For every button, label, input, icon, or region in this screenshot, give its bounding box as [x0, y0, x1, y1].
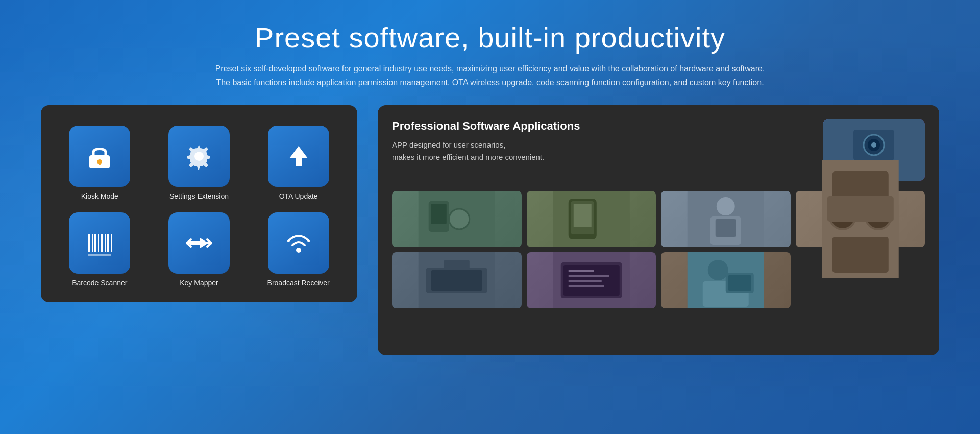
- pro-software-desc: APP designed for user scenarios, makes i…: [392, 139, 813, 163]
- svg-rect-30: [573, 204, 591, 227]
- photo-3: [661, 191, 791, 247]
- photo-industrial: [392, 191, 522, 247]
- panels-container: Kiosk Mode Settings Extension: [41, 105, 939, 355]
- app-label-broadcast: Broadcast Receiver: [267, 279, 330, 287]
- svg-rect-49: [568, 275, 609, 277]
- app-icon-ota[interactable]: [268, 126, 329, 187]
- svg-rect-34: [716, 219, 736, 237]
- app-item-kiosk: Kiosk Mode: [56, 126, 143, 200]
- svg-rect-39: [827, 196, 893, 222]
- app-item-keymapper: Key Mapper: [156, 212, 243, 287]
- app-item-ota: OTA Update: [255, 126, 342, 200]
- svg-point-20: [871, 142, 876, 148]
- photo-printing: [392, 252, 522, 308]
- photo-5: [392, 252, 522, 308]
- svg-rect-51: [568, 285, 604, 287]
- photo-vehicle: [796, 160, 925, 278]
- arrows-icon: [184, 228, 214, 258]
- subtitle-line1: Preset six self-developed software for g…: [215, 64, 765, 73]
- app-label-kiosk: Kiosk Mode: [81, 192, 118, 200]
- photo-6: [527, 252, 656, 308]
- svg-rect-13: [88, 254, 111, 256]
- photo-tablet: [527, 191, 656, 247]
- svg-rect-48: [568, 270, 594, 272]
- svg-point-26: [449, 209, 470, 229]
- svg-rect-11: [107, 234, 109, 252]
- header: Preset software, built-in productivity P…: [41, 20, 939, 90]
- app-icon-keymapper[interactable]: [168, 212, 230, 274]
- svg-rect-2: [99, 162, 101, 165]
- page-title: Preset software, built-in productivity: [41, 20, 939, 55]
- right-panel: Professional Software Applications APP d…: [378, 105, 939, 355]
- app-icon-settings[interactable]: [168, 126, 230, 187]
- svg-point-53: [708, 260, 728, 280]
- app-item-settings: Settings Extension: [156, 126, 243, 200]
- photo-worker: [661, 191, 791, 247]
- photo-screen: [527, 252, 656, 308]
- page-wrapper: Preset software, built-in productivity P…: [0, 0, 980, 434]
- svg-rect-9: [101, 234, 103, 252]
- svg-rect-7: [94, 234, 96, 252]
- photo-person-tablet: [661, 252, 791, 308]
- svg-rect-56: [728, 275, 751, 291]
- svg-rect-10: [105, 234, 106, 252]
- gear-icon: [184, 141, 214, 172]
- app-icon-kiosk[interactable]: [69, 126, 130, 187]
- left-panel: Kiosk Mode Settings Extension: [41, 105, 357, 302]
- app-item-broadcast: Broadcast Receiver: [255, 212, 342, 287]
- svg-point-32: [717, 197, 735, 215]
- photo-mosaic: [392, 191, 925, 308]
- app-icon-broadcast[interactable]: [268, 212, 329, 274]
- pro-desc-line1: APP designed for user scenarios,: [392, 140, 505, 149]
- photo-1: [392, 191, 522, 247]
- photo-7: [661, 252, 791, 308]
- photo-4: [796, 191, 925, 247]
- lock-icon: [84, 141, 115, 172]
- signal-icon: [283, 228, 314, 258]
- svg-rect-44: [444, 260, 470, 270]
- app-icon-barcode[interactable]: [69, 212, 130, 274]
- svg-point-15: [296, 248, 301, 253]
- svg-rect-40: [832, 237, 888, 273]
- pro-desc-line2: makes it more efficient and more conveni…: [392, 153, 544, 161]
- barcode-icon: [84, 228, 115, 258]
- svg-rect-50: [568, 280, 601, 282]
- app-label-barcode: Barcode Scanner: [72, 279, 127, 287]
- svg-rect-12: [111, 234, 112, 252]
- app-label-keymapper: Key Mapper: [180, 279, 218, 287]
- photo-2: [527, 191, 656, 247]
- pro-software-title: Professional Software Applications: [392, 119, 813, 133]
- svg-rect-25: [431, 204, 447, 224]
- svg-rect-6: [92, 234, 93, 252]
- app-grid: Kiosk Mode Settings Extension: [56, 126, 342, 287]
- subtitle-line2: The basic functions include application …: [216, 78, 764, 87]
- svg-rect-5: [88, 234, 90, 252]
- svg-rect-8: [98, 234, 99, 252]
- app-label-settings: Settings Extension: [169, 192, 229, 200]
- svg-rect-43: [431, 270, 482, 291]
- right-text-block: Professional Software Applications APP d…: [392, 119, 813, 163]
- page-subtitle: Preset six self-developed software for g…: [133, 62, 847, 89]
- app-item-barcode: Barcode Scanner: [56, 212, 143, 287]
- svg-marker-4: [289, 146, 308, 166]
- upload-icon: [283, 141, 314, 172]
- app-label-ota: OTA Update: [279, 192, 318, 200]
